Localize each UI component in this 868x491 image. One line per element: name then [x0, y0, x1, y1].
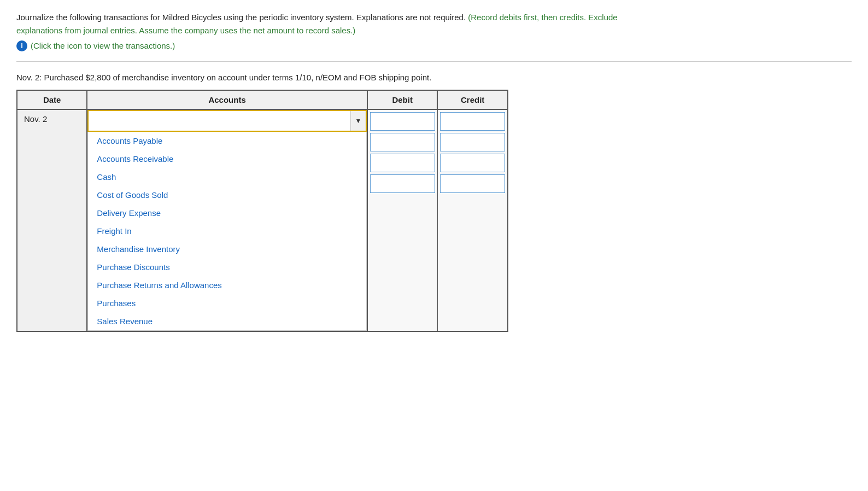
debit-input-1[interactable] — [370, 112, 435, 131]
debit-input-4[interactable] — [370, 174, 435, 193]
transaction-description: Nov. 2: Purchased $2,800 of merchandise … — [16, 73, 852, 82]
accounts-header: Accounts — [87, 90, 367, 109]
date-cell: Nov. 2 — [17, 109, 87, 331]
debit-cell — [367, 109, 437, 331]
credit-input-4[interactable] — [440, 174, 505, 193]
dropdown-item-merchandise-inventory[interactable]: Merchandise Inventory — [88, 240, 366, 258]
section-divider — [16, 61, 852, 62]
debit-input-2[interactable] — [370, 133, 435, 151]
credit-input-2[interactable] — [440, 133, 505, 151]
account-select-input[interactable] — [89, 111, 350, 131]
dropdown-item-delivery-expense[interactable]: Delivery Expense — [88, 204, 366, 222]
info-line: i (Click the icon to view the transactio… — [16, 39, 618, 52]
accounts-cell: ▼ Accounts Payable Accounts Receivable C… — [87, 109, 367, 331]
dropdown-item-accounts-receivable[interactable]: Accounts Receivable — [88, 150, 366, 168]
credit-input-3[interactable] — [440, 154, 505, 172]
table-header: Date Accounts Debit Credit — [17, 90, 508, 109]
main-instruction-text: Journalize the following transactions fo… — [16, 13, 466, 22]
dropdown-item-cost-of-goods-sold[interactable]: Cost of Goods Sold — [88, 186, 366, 204]
dropdown-item-sales-revenue[interactable]: Sales Revenue — [88, 312, 366, 330]
instructions-block: Journalize the following transactions fo… — [16, 11, 618, 52]
account-select-row[interactable]: ▼ — [87, 110, 367, 132]
dropdown-item-freight-in[interactable]: Freight In — [88, 222, 366, 240]
credit-header: Credit — [437, 90, 508, 109]
info-link[interactable]: (Click the icon to view the transactions… — [31, 39, 175, 52]
debit-header: Debit — [367, 90, 437, 109]
account-dropdown-menu: Accounts Payable Accounts Receivable Cas… — [87, 132, 367, 331]
header-row: Date Accounts Debit Credit — [17, 90, 508, 109]
dropdown-item-accounts-payable[interactable]: Accounts Payable — [88, 132, 366, 150]
debit-input-3[interactable] — [370, 154, 435, 172]
info-icon[interactable]: i — [16, 40, 27, 51]
credit-cell — [437, 109, 508, 331]
dropdown-item-purchases[interactable]: Purchases — [88, 294, 366, 312]
date-header: Date — [17, 90, 87, 109]
table-body: Nov. 2 ▼ Accounts Payable Accounts Recei… — [17, 109, 508, 331]
date-value: Nov. 2 — [24, 114, 47, 124]
journal-table: Date Accounts Debit Credit Nov. 2 ▼ Acco… — [16, 90, 508, 332]
table-row: Nov. 2 ▼ Accounts Payable Accounts Recei… — [17, 109, 508, 331]
credit-input-1[interactable] — [440, 112, 505, 131]
dropdown-arrow-icon[interactable]: ▼ — [350, 111, 366, 131]
dropdown-item-cash[interactable]: Cash — [88, 168, 366, 186]
dropdown-item-purchase-returns[interactable]: Purchase Returns and Allowances — [88, 276, 366, 294]
dropdown-item-purchase-discounts[interactable]: Purchase Discounts — [88, 258, 366, 276]
